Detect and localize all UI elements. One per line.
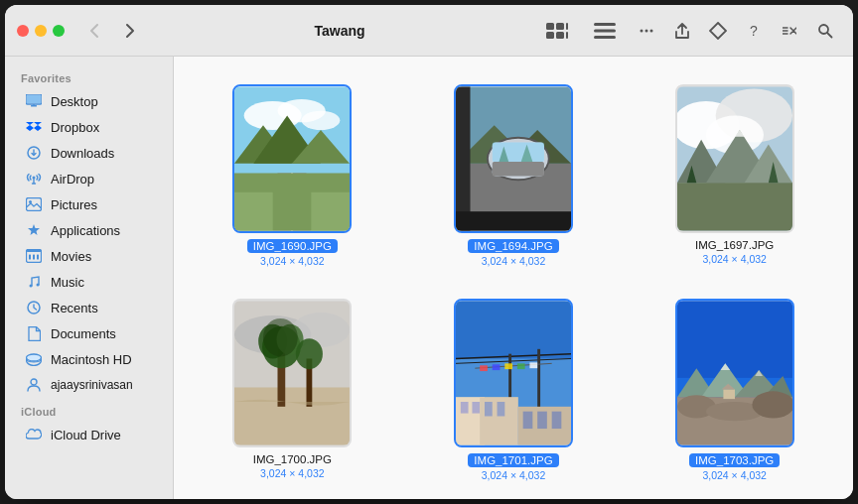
file-dims-img1703: 3,024 × 4,032: [702, 469, 767, 481]
file-dims-img1690: 3,024 × 4,032: [260, 255, 325, 267]
file-dims-img1700: 3,024 × 4,032: [260, 467, 325, 479]
thumb-img1690: [232, 84, 352, 233]
desktop-icon: [25, 92, 43, 110]
view-list-button[interactable]: [583, 17, 627, 45]
recents-label: Recents: [51, 301, 98, 315]
share-button[interactable]: [666, 17, 698, 45]
file-dims-img1694: 3,024 × 4,032: [482, 255, 546, 267]
pictures-icon: [25, 195, 43, 213]
svg-point-28: [30, 285, 33, 288]
documents-label: Documents: [51, 326, 116, 341]
main-layout: Favorites Desktop Dropbox Downloads: [5, 57, 853, 499]
file-item-img1703[interactable]: IMG_1703.JPG 3,024 × 4,032: [632, 291, 837, 489]
svg-rect-99: [523, 412, 533, 429]
file-item-img1697[interactable]: IMG_1697.JPG 3,024 × 4,032: [632, 76, 837, 275]
sidebar: Favorites Desktop Dropbox Downloads: [5, 57, 174, 499]
svg-point-78: [296, 338, 323, 369]
svg-rect-6: [594, 23, 616, 26]
titlebar: Tawang ?: [5, 5, 853, 57]
action-menu-button[interactable]: [631, 17, 662, 45]
svg-rect-21: [27, 198, 42, 211]
svg-rect-45: [312, 192, 351, 231]
svg-rect-103: [677, 302, 792, 378]
svg-point-33: [31, 379, 37, 385]
sidebar-item-documents[interactable]: Documents: [9, 320, 169, 346]
file-name-img1701: IMG_1701.JPG: [468, 453, 558, 467]
sidebar-item-macintosh-hd[interactable]: Macintosh HD: [9, 346, 169, 372]
pictures-label: Pictures: [51, 197, 97, 212]
svg-rect-100: [537, 412, 547, 429]
svg-rect-91: [529, 362, 537, 368]
movies-label: Movies: [51, 249, 91, 264]
svg-rect-114: [723, 389, 735, 399]
svg-line-14: [827, 33, 832, 38]
sidebar-item-user[interactable]: ajaaysrinivasan: [9, 372, 169, 398]
svg-point-9: [641, 29, 644, 32]
dropbox-icon: [25, 118, 43, 136]
thumb-img1697: [675, 84, 794, 233]
svg-rect-24: [27, 250, 42, 253]
airdrop-icon: [25, 170, 43, 188]
svg-rect-97: [498, 402, 505, 417]
search-button[interactable]: [809, 17, 841, 45]
file-dims-img1697: 3,024 × 4,032: [702, 253, 767, 265]
svg-rect-101: [552, 412, 562, 429]
forward-button[interactable]: [116, 17, 144, 45]
documents-icon: [25, 324, 43, 342]
file-item-img1694[interactable]: IMG_1694.JPG 3,024 × 4,032: [411, 76, 617, 275]
close-button[interactable]: [17, 25, 29, 37]
svg-rect-7: [594, 29, 616, 32]
file-dims-img1701: 3,024 × 4,032: [482, 469, 546, 481]
svg-rect-17: [31, 105, 37, 107]
icloud-label: iCloud: [5, 398, 173, 422]
help-button[interactable]: ?: [738, 17, 770, 45]
applications-icon: [25, 221, 43, 239]
downloads-icon: [25, 144, 43, 162]
sidebar-item-applications[interactable]: Applications: [9, 217, 169, 243]
music-label: Music: [51, 275, 84, 290]
maximize-button[interactable]: [53, 25, 65, 37]
sidebar-item-music[interactable]: Music: [9, 269, 169, 295]
sidebar-item-pictures[interactable]: Pictures: [9, 191, 169, 217]
minimize-button[interactable]: [35, 25, 47, 37]
dropbox-label: Dropbox: [51, 120, 99, 135]
svg-rect-27: [37, 255, 39, 260]
more-button[interactable]: [774, 17, 805, 45]
svg-point-29: [37, 284, 40, 287]
user-icon: [25, 376, 43, 394]
svg-rect-90: [517, 363, 525, 369]
tag-button[interactable]: [702, 17, 734, 45]
back-button[interactable]: [80, 17, 108, 45]
content-area: IMG_1690.JPG 3,024 × 4,032: [174, 57, 853, 499]
sidebar-item-downloads[interactable]: Downloads: [9, 140, 169, 166]
svg-rect-57: [493, 143, 544, 162]
svg-rect-0: [546, 23, 554, 30]
macintosh-hd-label: Macintosh HD: [51, 352, 132, 367]
movies-icon: [25, 247, 43, 265]
sidebar-item-desktop[interactable]: Desktop: [9, 88, 169, 114]
file-item-img1700[interactable]: IMG_1700.JPG 3,024 × 4,032: [190, 291, 395, 489]
svg-rect-5: [566, 32, 568, 39]
desktop-label: Desktop: [51, 94, 98, 109]
svg-point-11: [650, 29, 653, 32]
file-item-img1701[interactable]: IMG_1701.JPG 3,024 × 4,032: [411, 291, 617, 489]
svg-rect-88: [493, 364, 500, 370]
svg-rect-4: [556, 32, 564, 39]
svg-rect-93: [461, 402, 469, 414]
svg-rect-8: [594, 36, 616, 39]
sidebar-item-recents[interactable]: Recents: [9, 295, 169, 320]
sidebar-item-movies[interactable]: Movies: [9, 243, 169, 269]
svg-point-32: [27, 354, 42, 361]
file-name-img1700: IMG_1700.JPG: [253, 453, 332, 465]
svg-rect-25: [29, 255, 31, 260]
sidebar-item-airdrop[interactable]: AirDrop: [9, 166, 169, 191]
sidebar-item-icloud-drive[interactable]: iCloud Drive: [9, 422, 169, 447]
file-name-img1690: IMG_1690.JPG: [247, 239, 338, 253]
svg-point-22: [29, 200, 32, 203]
view-icon-grid-button[interactable]: [535, 17, 579, 45]
file-grid: IMG_1690.JPG 3,024 × 4,032: [174, 57, 853, 499]
file-name-img1703: IMG_1703.JPG: [689, 453, 780, 467]
sidebar-item-dropbox[interactable]: Dropbox: [9, 114, 169, 140]
file-item-img1690[interactable]: IMG_1690.JPG 3,024 × 4,032: [190, 76, 395, 275]
svg-rect-16: [27, 95, 41, 103]
